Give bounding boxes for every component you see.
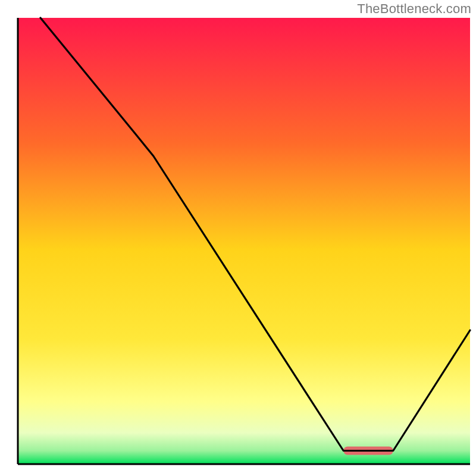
chart-container: TheBottleneck.com <box>0 0 476 476</box>
chart-svg <box>0 0 476 476</box>
plot-background <box>18 18 470 464</box>
watermark-text: TheBottleneck.com <box>357 1 471 17</box>
